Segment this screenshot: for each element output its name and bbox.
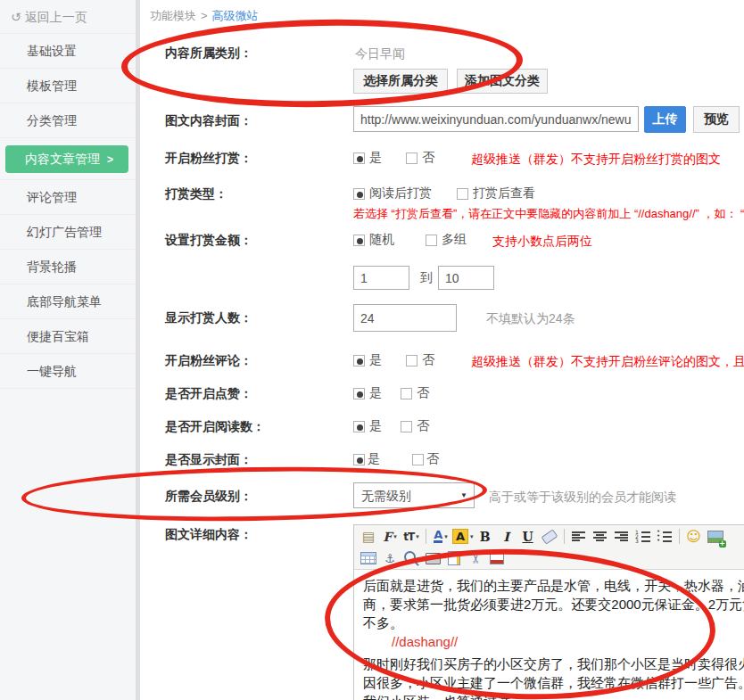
font-color-icon[interactable] bbox=[431, 527, 451, 546]
font-size-icon[interactable] bbox=[401, 527, 421, 546]
back-link[interactable]: 返回上一页 bbox=[0, 0, 136, 34]
sidebar-item-category-management[interactable]: 分类管理 bbox=[0, 103, 136, 138]
insert-image-icon[interactable] bbox=[706, 527, 725, 546]
comment-enable-note: 超级推送（群发）不支持开启粉丝评论的图文，且只对购 bbox=[471, 354, 744, 370]
font-family-icon[interactable] bbox=[380, 527, 400, 546]
align-right-icon[interactable] bbox=[615, 531, 628, 542]
back-link-label: 返回上一页 bbox=[25, 10, 87, 24]
sidebar-item-basic-settings[interactable]: 基础设置 bbox=[0, 34, 136, 69]
preview-icon[interactable] bbox=[401, 549, 421, 568]
sidebar-item-slide-ad-management[interactable]: 幻灯广告管理 bbox=[0, 215, 136, 250]
sidebar-item-one-click-nav[interactable]: 一键导航 bbox=[0, 354, 136, 389]
comment-enable-no-checkbox[interactable] bbox=[406, 355, 417, 366]
reward-enable-yes-radio[interactable] bbox=[353, 152, 365, 164]
italic-icon[interactable] bbox=[497, 527, 517, 546]
category-value: 今日早闻 bbox=[355, 46, 405, 62]
like-enable-no-label: 否 bbox=[417, 385, 429, 401]
member-level-note: 高于或等于该级别的会员才能阅读 bbox=[489, 490, 676, 506]
reward-amount-group-checkbox[interactable] bbox=[426, 235, 437, 246]
reward-amount-to-label: 到 bbox=[420, 270, 433, 286]
cut-icon[interactable] bbox=[466, 549, 485, 568]
table-icon[interactable] bbox=[359, 549, 378, 568]
paste-icon[interactable] bbox=[359, 527, 378, 546]
editor-text-line: 我们小区装。也算通过这 bbox=[363, 692, 744, 700]
reward-type-read-label: 阅读后打赏 bbox=[369, 185, 432, 202]
reward-type-label: 打赏类型： bbox=[165, 186, 227, 202]
reward-type-read-radio[interactable] bbox=[353, 188, 365, 200]
like-enable-yes-radio[interactable] bbox=[353, 388, 365, 399]
sidebar-item-background-carousel[interactable]: 背景轮播 bbox=[0, 250, 136, 284]
cover-show-yes-radio[interactable] bbox=[353, 454, 365, 465]
media-icon[interactable] bbox=[487, 549, 507, 568]
reward-count-label: 显示打赏人数： bbox=[165, 310, 252, 326]
sidebar-item-convenient-toolbox[interactable]: 便捷百宝箱 bbox=[0, 319, 136, 354]
remove-format-icon[interactable] bbox=[540, 527, 559, 546]
comment-enable-yes-radio[interactable] bbox=[353, 355, 365, 366]
reward-amount-max-input[interactable] bbox=[438, 266, 494, 290]
emoticon-icon[interactable] bbox=[684, 527, 704, 546]
underline-icon[interactable] bbox=[518, 527, 538, 546]
read-count-enable-label: 是否开启阅读数： bbox=[165, 419, 265, 435]
sidebar-item-label: 内容文章管理 bbox=[25, 152, 100, 166]
sidebar-item-bottom-nav-menu[interactable]: 底部导航菜单 bbox=[0, 284, 136, 319]
reward-amount-min-input[interactable] bbox=[353, 266, 409, 290]
editor-hidden-marker: //dashang// bbox=[363, 632, 744, 651]
highlight-color-icon[interactable] bbox=[452, 527, 474, 546]
sidebar-item-content-article-management[interactable]: 内容文章管理 bbox=[5, 145, 128, 173]
reward-amount-random-radio[interactable] bbox=[353, 235, 365, 246]
sidebar-item-comment-management[interactable]: 评论管理 bbox=[0, 180, 136, 215]
reward-type-view-label: 打赏后查看 bbox=[473, 185, 535, 202]
add-category-button[interactable]: 添加图文分类 bbox=[457, 69, 548, 94]
reward-enable-label: 开启粉丝打赏： bbox=[165, 151, 252, 167]
breadcrumb-current[interactable]: 高级微站 bbox=[212, 9, 259, 22]
member-level-label: 所需会员级别： bbox=[165, 489, 252, 505]
comment-enable-yes-label: 是 bbox=[369, 352, 382, 368]
anchor-icon[interactable] bbox=[380, 549, 400, 568]
reward-amount-group-label: 多组 bbox=[442, 232, 467, 248]
like-enable-no-checkbox[interactable] bbox=[401, 388, 412, 399]
page: 返回上一页 基础设置 模板管理 分类管理 内容文章管理 评论管理 幻灯广告管理 … bbox=[0, 0, 744, 700]
reward-type-view-checkbox[interactable] bbox=[457, 188, 468, 200]
content-label: 图文详细内容： bbox=[165, 527, 252, 543]
member-level-select[interactable]: 无需级别 bbox=[354, 483, 474, 507]
read-count-yes-radio[interactable] bbox=[353, 421, 365, 432]
align-center-icon[interactable] bbox=[593, 531, 607, 542]
cover-url-input[interactable] bbox=[353, 106, 639, 132]
sidebar-item-template-management[interactable]: 模板管理 bbox=[0, 69, 136, 103]
print-icon[interactable] bbox=[423, 549, 442, 568]
editor-text-line: 那时刚好我们买房子的小区交房了，我们那个小区是当时卖得很火的一个小区，30 bbox=[363, 655, 744, 673]
upload-button[interactable]: 上传 bbox=[644, 106, 686, 133]
toolbar-separator bbox=[679, 529, 680, 544]
toolbar-separator bbox=[426, 529, 426, 544]
reward-enable-yes-label: 是 bbox=[369, 150, 382, 166]
select-category-button[interactable]: 选择所属分类 bbox=[353, 69, 448, 94]
editor-text-line: 商，要求第一批货必须要进2万元。还要交2000元保证金。2万元货送来的时候，居 bbox=[363, 595, 744, 614]
read-count-no-label: 否 bbox=[417, 418, 429, 434]
align-left-icon[interactable] bbox=[572, 531, 585, 542]
reward-count-input[interactable] bbox=[353, 304, 457, 332]
bold-icon[interactable] bbox=[475, 527, 495, 546]
read-count-no-checkbox[interactable] bbox=[401, 421, 412, 432]
cover-show-no-label: 否 bbox=[426, 451, 439, 467]
rich-text-editor: 后面就是进货，我们的主要产品是水管，电线，开关，热水器，油烟机。进货要比 商，要… bbox=[353, 524, 744, 700]
page-properties-icon[interactable] bbox=[444, 549, 464, 568]
like-enable-label: 是否开启点赞： bbox=[165, 386, 252, 402]
ordered-list-icon[interactable] bbox=[635, 531, 650, 542]
reward-amount-random-label: 随机 bbox=[369, 232, 394, 248]
sidebar: 返回上一页 基础设置 模板管理 分类管理 内容文章管理 评论管理 幻灯广告管理 … bbox=[0, 0, 136, 700]
cover-label: 图文内容封面： bbox=[165, 113, 252, 129]
reward-enable-no-label: 否 bbox=[422, 150, 434, 166]
preview-button[interactable]: 预览 bbox=[693, 106, 740, 133]
cover-show-no-checkbox[interactable] bbox=[412, 454, 424, 465]
unordered-list-icon[interactable] bbox=[657, 531, 672, 542]
reward-enable-no-checkbox[interactable] bbox=[406, 152, 417, 164]
read-count-yes-label: 是 bbox=[369, 418, 382, 434]
editor-content-area[interactable]: 后面就是进货，我们的主要产品是水管，电线，开关，热水器，油烟机。进货要比 商，要… bbox=[354, 570, 744, 700]
editor-toolbar-row2 bbox=[354, 548, 744, 570]
breadcrumb-section[interactable]: 功能模块 bbox=[150, 9, 196, 22]
editor-toolbar-row1 bbox=[354, 525, 744, 548]
cover-show-yes-label: 是 bbox=[368, 451, 380, 467]
breadcrumb: 功能模块>高级微站 bbox=[150, 8, 259, 24]
reward-type-note: 若选择 “打赏后查看”，请在正文中要隐藏的内容前加上 “//dashang//”… bbox=[353, 206, 744, 222]
sidebar-item-content-article-management-wrap: 内容文章管理 bbox=[0, 138, 136, 180]
